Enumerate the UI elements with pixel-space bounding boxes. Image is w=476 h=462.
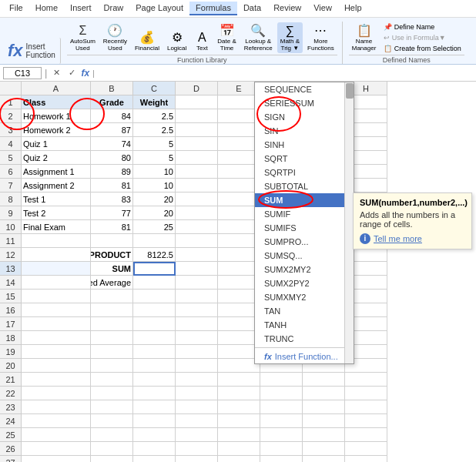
cell-c4[interactable]: 5: [133, 137, 176, 151]
dropdown-item-sinh[interactable]: SINH: [255, 138, 354, 152]
dropdown-item-tan[interactable]: TAN: [255, 304, 354, 318]
cell-d4[interactable]: [176, 137, 218, 151]
dropdown-item-subtotal[interactable]: SUBTOTAL: [255, 179, 354, 193]
row-header-10[interactable]: 10: [0, 220, 22, 234]
financial-btn[interactable]: 💰 Financial: [132, 28, 163, 53]
cell-b10[interactable]: 81: [91, 220, 133, 234]
row-header-23[interactable]: 23: [0, 400, 22, 414]
dropdown-item-sumx2my2[interactable]: SUMX2MY2: [255, 263, 354, 276]
row-header-25[interactable]: 25: [0, 428, 22, 442]
dropdown-item-sumsq[interactable]: SUMSQ...: [255, 249, 354, 263]
dropdown-item-trunc[interactable]: TRUNC: [255, 332, 354, 346]
cell-d11[interactable]: [176, 234, 218, 248]
dropdown-item-sumxmy2[interactable]: SUMXMY2: [255, 290, 354, 304]
more-functions-btn[interactable]: ⋯ More Functions: [304, 22, 337, 53]
dropdown-item-sin[interactable]: SIN: [255, 124, 354, 138]
row-header-4[interactable]: 4: [0, 137, 22, 151]
dropdown-item-sequence[interactable]: SEQUENCE: [255, 82, 354, 96]
cell-c9[interactable]: 20: [133, 206, 176, 220]
cell-a2[interactable]: Homework 1: [22, 109, 91, 123]
cell-b1[interactable]: Grade: [91, 95, 133, 109]
cell-a11[interactable]: [22, 234, 91, 248]
menu-insert[interactable]: Insert: [64, 2, 98, 15]
insert-function-btn[interactable]: fx InsertFunction: [3, 38, 61, 64]
cell-b6[interactable]: 89: [91, 165, 133, 179]
cell-c11[interactable]: [133, 234, 176, 248]
row-header-18[interactable]: 18: [0, 331, 22, 345]
cell-a13[interactable]: [22, 262, 91, 276]
cell-c3[interactable]: 2.5: [133, 123, 176, 137]
insert-function-dropdown-btn[interactable]: fx Insert Function...: [255, 350, 354, 363]
dropdown-item-sqrtpi[interactable]: SQRTPI: [255, 166, 354, 179]
col-header-c[interactable]: C: [133, 82, 176, 95]
menu-data[interactable]: Data: [237, 2, 267, 15]
cell-c8[interactable]: 20: [133, 192, 176, 206]
cell-d10[interactable]: [176, 220, 218, 234]
cell-d9[interactable]: [176, 206, 218, 220]
cell-d7[interactable]: [176, 179, 218, 192]
cell-a8[interactable]: Test 1: [22, 192, 91, 206]
cell-d14[interactable]: [176, 276, 218, 290]
cell-c5[interactable]: 5: [133, 151, 176, 165]
tell-me-more-link[interactable]: i Tell me more: [360, 233, 465, 244]
cell-a5[interactable]: Quiz 2: [22, 151, 91, 165]
row-header-2[interactable]: 2: [0, 109, 22, 123]
cell-b7[interactable]: 81: [91, 179, 133, 192]
cell-d8[interactable]: [176, 192, 218, 206]
text-btn[interactable]: A Text: [191, 29, 213, 53]
dropdown-item-sqrt[interactable]: SQRT: [255, 152, 354, 166]
cell-c12[interactable]: 8122.5: [133, 248, 176, 262]
row-header-27[interactable]: 27: [0, 456, 22, 462]
menu-file[interactable]: File: [3, 2, 29, 15]
cell-a6[interactable]: Assignment 1: [22, 165, 91, 179]
row-header-8[interactable]: 8: [0, 192, 22, 206]
menu-draw[interactable]: Draw: [98, 2, 130, 15]
formula-input[interactable]: [98, 69, 473, 78]
cell-d13[interactable]: [176, 262, 218, 276]
cell-b9[interactable]: 77: [91, 206, 133, 220]
cell-d1[interactable]: [176, 95, 218, 109]
row-header-16[interactable]: 16: [0, 303, 22, 317]
cell-b8[interactable]: 83: [91, 192, 133, 206]
confirm-btn[interactable]: ✓: [65, 67, 78, 79]
dropdown-item-sum[interactable]: SUM: [255, 193, 354, 207]
row-header-12[interactable]: 12: [0, 248, 22, 262]
use-in-formula-btn[interactable]: ↩ Use in Formula▼: [380, 33, 464, 42]
cell-c2[interactable]: 2.5: [133, 109, 176, 123]
datetime-btn[interactable]: 📅 Date & Time: [214, 22, 239, 53]
name-box[interactable]: [3, 67, 42, 79]
cell-b3[interactable]: 87: [91, 123, 133, 137]
cell-b5[interactable]: 80: [91, 151, 133, 165]
menu-view[interactable]: View: [307, 2, 338, 15]
menu-home[interactable]: Home: [29, 2, 64, 15]
row-header-7[interactable]: 7: [0, 179, 22, 192]
cell-a1[interactable]: Class: [22, 95, 91, 109]
cell-c1[interactable]: Weight: [133, 95, 176, 109]
cell-d3[interactable]: [176, 123, 218, 137]
col-header-a[interactable]: A: [22, 82, 91, 95]
cell-a9[interactable]: Test 2: [22, 206, 91, 220]
cell-b14[interactable]: Weighted Average: [91, 276, 133, 290]
cell-c10[interactable]: 25: [133, 220, 176, 234]
col-header-d[interactable]: D: [176, 82, 218, 95]
cell-a14[interactable]: [22, 276, 91, 290]
dropdown-item-sumifs[interactable]: SUMIFS: [255, 221, 354, 235]
fx-formula-btn[interactable]: fx: [81, 68, 89, 79]
row-header-22[interactable]: 22: [0, 387, 22, 400]
row-header-24[interactable]: 24: [0, 414, 22, 428]
cell-c13[interactable]: [133, 262, 176, 276]
cell-c7[interactable]: 10: [133, 179, 176, 192]
row-header-26[interactable]: 26: [0, 442, 22, 456]
row-header-19[interactable]: 19: [0, 345, 22, 359]
cell-c14[interactable]: [133, 276, 176, 290]
cell-d6[interactable]: [176, 165, 218, 179]
cell-c6[interactable]: 10: [133, 165, 176, 179]
logical-btn[interactable]: ⚙ Logical: [164, 28, 189, 53]
row-header-17[interactable]: 17: [0, 317, 22, 331]
cell-a12[interactable]: [22, 248, 91, 262]
dropdown-item-sumproduct[interactable]: SUMPRO...: [255, 235, 354, 249]
create-from-selection-btn[interactable]: 📋 Create from Selection: [380, 44, 464, 53]
cell-b12[interactable]: SUMPRODUCT: [91, 248, 133, 262]
menu-page-layout[interactable]: Page Layout: [129, 2, 189, 15]
cell-b13[interactable]: SUM: [91, 262, 133, 276]
